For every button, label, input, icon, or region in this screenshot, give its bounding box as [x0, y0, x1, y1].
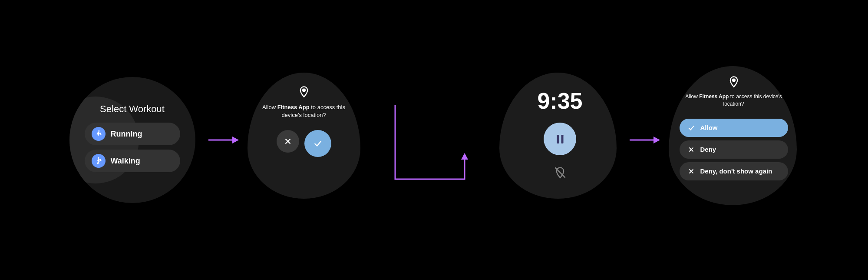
- watch-content-3: 9:35: [499, 73, 621, 180]
- watch-content-4: Allow Fitness App to access this device'…: [669, 66, 799, 184]
- watch-screen-4: Allow Fitness App to access this device'…: [669, 66, 799, 214]
- pause-button[interactable]: [544, 123, 576, 155]
- allow-button-small[interactable]: [304, 130, 331, 157]
- arrow-1: [206, 131, 241, 149]
- deny-noshow-label: Deny, don't show again: [700, 167, 772, 175]
- panel-running: 9:35: [499, 73, 621, 207]
- running-icon: [92, 127, 106, 141]
- walking-label: Walking: [111, 157, 140, 166]
- running-item[interactable]: Running: [85, 123, 180, 145]
- svg-rect-8: [557, 135, 559, 143]
- walking-item[interactable]: Walking: [85, 150, 180, 172]
- running-label: Running: [111, 130, 142, 139]
- svg-point-0: [98, 130, 99, 132]
- permission-text-4: Allow Fitness App to access this device'…: [669, 93, 799, 108]
- select-workout-title: Select Workout: [100, 103, 165, 115]
- location-off-icon: [554, 167, 566, 180]
- svg-point-1: [98, 157, 99, 159]
- pin-icon-2: [298, 86, 310, 101]
- panel-select-workout: Select Workout Running: [69, 77, 195, 203]
- pin-icon-4: [728, 76, 740, 91]
- watch-screen-1: Select Workout Running: [69, 77, 195, 203]
- panel-permission-list: Allow Fitness App to access this device'…: [669, 66, 799, 214]
- permission-text-2: Allow Fitness App to access this device'…: [248, 103, 360, 119]
- l-connector: [360, 92, 499, 188]
- allow-label: Allow: [700, 124, 718, 131]
- watch-content-2: Allow Fitness App to access this device'…: [248, 73, 360, 157]
- panel-permission-small: Allow Fitness App to access this device'…: [248, 73, 360, 207]
- deny-label: Deny: [700, 146, 716, 153]
- svg-point-13: [733, 79, 735, 82]
- svg-marker-7: [461, 153, 468, 160]
- app-name-4: Fitness App: [699, 93, 729, 100]
- watch-screen-3: 9:35: [499, 73, 621, 207]
- btn-row-2: [277, 130, 331, 157]
- walking-icon: [92, 154, 106, 168]
- arrow-2: [627, 131, 662, 149]
- app-name-2: Fitness App: [277, 104, 310, 110]
- time-display: 9:35: [537, 88, 582, 114]
- main-scene: Select Workout Running: [17, 9, 851, 271]
- svg-rect-9: [561, 135, 563, 143]
- svg-point-4: [303, 89, 305, 92]
- watch-screen-2: Allow Fitness App to access this device'…: [248, 73, 360, 207]
- permission-list: Allow Deny Deny, don't show again: [680, 119, 788, 184]
- svg-marker-3: [232, 137, 239, 143]
- deny-button-large[interactable]: Deny: [680, 140, 788, 159]
- svg-marker-12: [653, 137, 660, 143]
- allow-button-large[interactable]: Allow: [680, 119, 788, 137]
- deny-button-small[interactable]: [277, 130, 299, 153]
- deny-noshow-button[interactable]: Deny, don't show again: [680, 162, 788, 180]
